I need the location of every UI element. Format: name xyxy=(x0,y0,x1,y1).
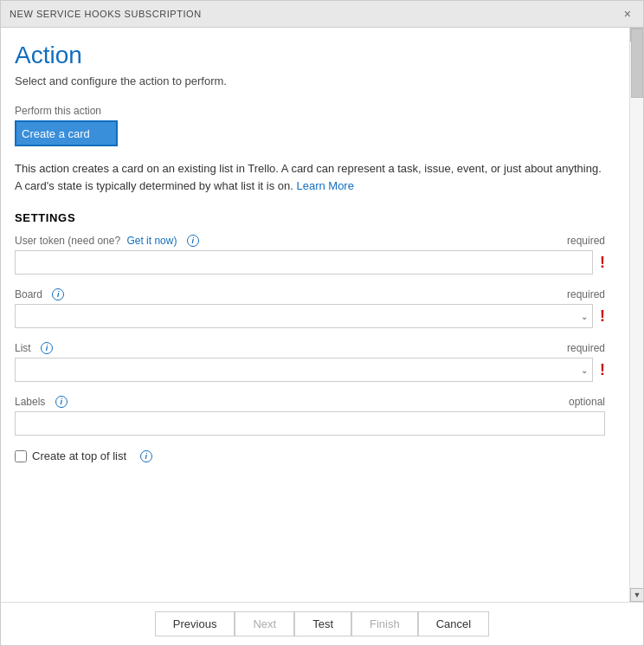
create-top-checkbox-row: Create at top of list i xyxy=(15,449,605,462)
labels-label: Labels xyxy=(15,396,45,408)
list-select-container: ⌄ xyxy=(15,358,593,382)
create-top-label: Create at top of list xyxy=(32,449,126,462)
title-bar: NEW SERVICE HOOKS SUBSCRIPTION × xyxy=(1,1,643,28)
main-content: Action Select and configure the action t… xyxy=(15,42,622,480)
user-token-error-icon: ! xyxy=(600,254,605,272)
previous-button[interactable]: Previous xyxy=(155,611,235,636)
board-info-icon[interactable]: i xyxy=(52,288,64,300)
board-select[interactable] xyxy=(15,304,593,328)
finish-button[interactable]: Finish xyxy=(351,611,418,636)
action-select-row: Create a card ⌄ xyxy=(15,120,605,146)
list-required-label: required xyxy=(567,342,605,354)
list-select[interactable] xyxy=(15,358,593,382)
list-label-left: List i xyxy=(15,342,53,354)
board-label: Board xyxy=(15,288,42,300)
board-field-group: Board i required ⌄ ! xyxy=(15,288,605,328)
list-input-wrapper: ⌄ ! xyxy=(15,358,605,382)
settings-title: SETTINGS xyxy=(15,211,605,224)
board-error-icon: ! xyxy=(600,307,605,326)
cancel-button[interactable]: Cancel xyxy=(418,611,489,636)
learn-more-link[interactable]: Learn More xyxy=(296,179,353,192)
dialog-title: NEW SERVICE HOOKS SUBSCRIPTION xyxy=(10,9,202,19)
create-top-checkbox[interactable] xyxy=(15,450,27,462)
content-area: Action Select and configure the action t… xyxy=(1,28,643,602)
get-it-now-link[interactable]: Get it now) xyxy=(126,235,177,247)
labels-optional-label: optional xyxy=(569,396,605,408)
page-title: Action xyxy=(15,42,605,69)
list-label: List xyxy=(15,342,31,354)
labels-label-left: Labels i xyxy=(15,396,68,408)
list-error-icon: ! xyxy=(600,361,605,379)
action-select-container: Create a card ⌄ xyxy=(15,120,605,146)
user-token-required-label: required xyxy=(567,235,605,247)
user-token-info-icon[interactable]: i xyxy=(187,235,199,247)
user-token-input-wrapper: ! xyxy=(15,250,605,275)
close-button[interactable]: × xyxy=(621,6,634,22)
user-token-label-row: User token (need one? Get it now) i requ… xyxy=(15,235,605,247)
labels-input[interactable] xyxy=(15,411,605,436)
action-select[interactable]: Create a card xyxy=(15,120,118,146)
user-token-field-group: User token (need one? Get it now) i requ… xyxy=(15,235,605,275)
labels-field-group: Labels i optional xyxy=(15,396,605,436)
next-button[interactable]: Next xyxy=(235,611,294,636)
create-top-info-icon[interactable]: i xyxy=(140,450,152,462)
action-chevron-icon: ⌄ xyxy=(590,128,598,139)
labels-info-icon[interactable]: i xyxy=(55,396,68,408)
board-required-label: required xyxy=(567,288,605,300)
footer: Previous Next Test Finish Cancel xyxy=(1,602,643,645)
page-subtitle: Select and configure the action to perfo… xyxy=(15,74,605,87)
scrollbar-track: ▲ ▼ xyxy=(629,28,643,602)
user-token-input[interactable] xyxy=(15,250,593,275)
action-description: This action creates a card on an existin… xyxy=(15,160,605,194)
scrollbar-down-button[interactable]: ▼ xyxy=(630,588,643,602)
scrollbar-thumb[interactable] xyxy=(631,29,643,98)
action-field-group: Perform this action Create a card ⌄ xyxy=(15,105,605,146)
board-input-wrapper: ⌄ ! xyxy=(15,304,605,328)
board-select-container: ⌄ xyxy=(15,304,593,328)
user-token-label: User token (need one? xyxy=(15,235,123,247)
board-label-row: Board i required xyxy=(15,288,605,300)
board-label-left: Board i xyxy=(15,288,64,300)
user-token-label-left: User token (need one? Get it now) i xyxy=(15,235,199,247)
list-label-row: List i required xyxy=(15,342,605,354)
dialog: NEW SERVICE HOOKS SUBSCRIPTION × Action … xyxy=(0,0,644,646)
perform-label: Perform this action xyxy=(15,105,605,117)
list-info-icon[interactable]: i xyxy=(41,342,53,354)
list-field-group: List i required ⌄ ! xyxy=(15,342,605,382)
labels-input-wrapper xyxy=(15,411,605,436)
test-button[interactable]: Test xyxy=(294,611,351,636)
scroll-down-icon: ▼ xyxy=(634,591,641,599)
labels-label-row: Labels i optional xyxy=(15,396,605,408)
